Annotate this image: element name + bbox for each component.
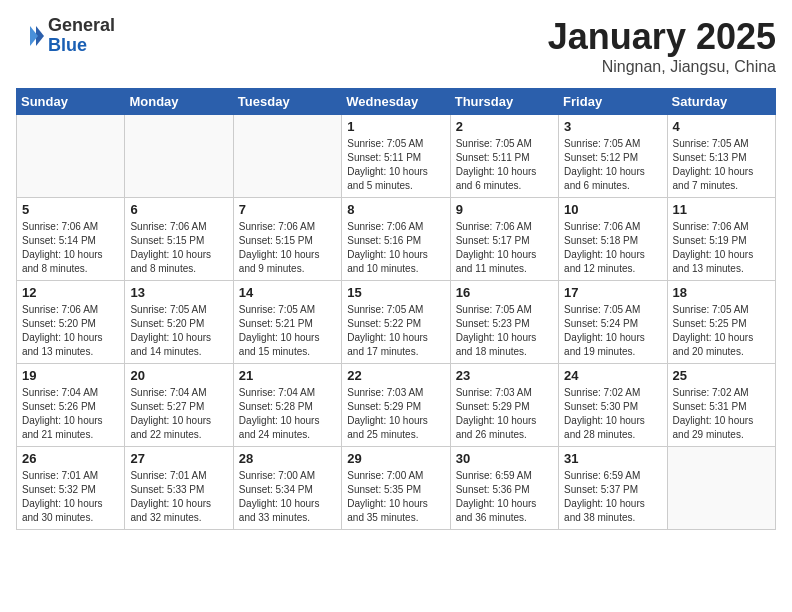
- day-info: Sunrise: 7:05 AM Sunset: 5:23 PM Dayligh…: [456, 303, 553, 359]
- day-info: Sunrise: 7:06 AM Sunset: 5:14 PM Dayligh…: [22, 220, 119, 276]
- day-number: 11: [673, 202, 770, 217]
- day-info: Sunrise: 7:04 AM Sunset: 5:28 PM Dayligh…: [239, 386, 336, 442]
- logo-text: General Blue: [48, 16, 115, 56]
- day-info: Sunrise: 7:05 AM Sunset: 5:12 PM Dayligh…: [564, 137, 661, 193]
- calendar-cell: 21Sunrise: 7:04 AM Sunset: 5:28 PM Dayli…: [233, 364, 341, 447]
- day-number: 8: [347, 202, 444, 217]
- day-number: 1: [347, 119, 444, 134]
- calendar-cell: 13Sunrise: 7:05 AM Sunset: 5:20 PM Dayli…: [125, 281, 233, 364]
- weekday-header: Sunday: [17, 89, 125, 115]
- logo-icon: [16, 22, 44, 50]
- day-number: 17: [564, 285, 661, 300]
- calendar-week-row: 5Sunrise: 7:06 AM Sunset: 5:14 PM Daylig…: [17, 198, 776, 281]
- day-info: Sunrise: 7:02 AM Sunset: 5:31 PM Dayligh…: [673, 386, 770, 442]
- location: Ningnan, Jiangsu, China: [548, 58, 776, 76]
- day-number: 2: [456, 119, 553, 134]
- calendar-cell: 3Sunrise: 7:05 AM Sunset: 5:12 PM Daylig…: [559, 115, 667, 198]
- day-info: Sunrise: 7:04 AM Sunset: 5:27 PM Dayligh…: [130, 386, 227, 442]
- calendar-cell: 20Sunrise: 7:04 AM Sunset: 5:27 PM Dayli…: [125, 364, 233, 447]
- calendar-cell: 31Sunrise: 6:59 AM Sunset: 5:37 PM Dayli…: [559, 447, 667, 530]
- day-number: 31: [564, 451, 661, 466]
- weekday-header: Monday: [125, 89, 233, 115]
- weekday-header: Saturday: [667, 89, 775, 115]
- calendar-cell: 14Sunrise: 7:05 AM Sunset: 5:21 PM Dayli…: [233, 281, 341, 364]
- calendar-cell: 12Sunrise: 7:06 AM Sunset: 5:20 PM Dayli…: [17, 281, 125, 364]
- calendar-cell: 16Sunrise: 7:05 AM Sunset: 5:23 PM Dayli…: [450, 281, 558, 364]
- day-info: Sunrise: 7:05 AM Sunset: 5:11 PM Dayligh…: [456, 137, 553, 193]
- logo: General Blue: [16, 16, 115, 56]
- day-number: 21: [239, 368, 336, 383]
- day-number: 4: [673, 119, 770, 134]
- day-info: Sunrise: 7:05 AM Sunset: 5:13 PM Dayligh…: [673, 137, 770, 193]
- calendar-cell: 11Sunrise: 7:06 AM Sunset: 5:19 PM Dayli…: [667, 198, 775, 281]
- calendar-cell: 10Sunrise: 7:06 AM Sunset: 5:18 PM Dayli…: [559, 198, 667, 281]
- day-number: 22: [347, 368, 444, 383]
- month-title: January 2025: [548, 16, 776, 58]
- day-info: Sunrise: 7:06 AM Sunset: 5:20 PM Dayligh…: [22, 303, 119, 359]
- day-info: Sunrise: 7:05 AM Sunset: 5:24 PM Dayligh…: [564, 303, 661, 359]
- day-number: 26: [22, 451, 119, 466]
- calendar-cell: 8Sunrise: 7:06 AM Sunset: 5:16 PM Daylig…: [342, 198, 450, 281]
- day-info: Sunrise: 7:01 AM Sunset: 5:32 PM Dayligh…: [22, 469, 119, 525]
- calendar-cell: [233, 115, 341, 198]
- day-info: Sunrise: 7:06 AM Sunset: 5:16 PM Dayligh…: [347, 220, 444, 276]
- day-number: 28: [239, 451, 336, 466]
- calendar-cell: 28Sunrise: 7:00 AM Sunset: 5:34 PM Dayli…: [233, 447, 341, 530]
- calendar-cell: 27Sunrise: 7:01 AM Sunset: 5:33 PM Dayli…: [125, 447, 233, 530]
- calendar-week-row: 26Sunrise: 7:01 AM Sunset: 5:32 PM Dayli…: [17, 447, 776, 530]
- title-section: January 2025 Ningnan, Jiangsu, China: [548, 16, 776, 76]
- calendar-cell: 5Sunrise: 7:06 AM Sunset: 5:14 PM Daylig…: [17, 198, 125, 281]
- day-info: Sunrise: 7:06 AM Sunset: 5:17 PM Dayligh…: [456, 220, 553, 276]
- day-number: 18: [673, 285, 770, 300]
- day-info: Sunrise: 7:00 AM Sunset: 5:35 PM Dayligh…: [347, 469, 444, 525]
- day-info: Sunrise: 7:05 AM Sunset: 5:11 PM Dayligh…: [347, 137, 444, 193]
- day-info: Sunrise: 6:59 AM Sunset: 5:36 PM Dayligh…: [456, 469, 553, 525]
- day-info: Sunrise: 7:05 AM Sunset: 5:21 PM Dayligh…: [239, 303, 336, 359]
- calendar-cell: 15Sunrise: 7:05 AM Sunset: 5:22 PM Dayli…: [342, 281, 450, 364]
- day-info: Sunrise: 7:00 AM Sunset: 5:34 PM Dayligh…: [239, 469, 336, 525]
- day-info: Sunrise: 7:03 AM Sunset: 5:29 PM Dayligh…: [347, 386, 444, 442]
- calendar-cell: 26Sunrise: 7:01 AM Sunset: 5:32 PM Dayli…: [17, 447, 125, 530]
- day-number: 10: [564, 202, 661, 217]
- calendar-cell: 29Sunrise: 7:00 AM Sunset: 5:35 PM Dayli…: [342, 447, 450, 530]
- day-number: 20: [130, 368, 227, 383]
- day-number: 16: [456, 285, 553, 300]
- day-info: Sunrise: 7:06 AM Sunset: 5:19 PM Dayligh…: [673, 220, 770, 276]
- day-number: 25: [673, 368, 770, 383]
- day-number: 24: [564, 368, 661, 383]
- day-info: Sunrise: 7:04 AM Sunset: 5:26 PM Dayligh…: [22, 386, 119, 442]
- calendar-cell: 9Sunrise: 7:06 AM Sunset: 5:17 PM Daylig…: [450, 198, 558, 281]
- calendar-cell: 4Sunrise: 7:05 AM Sunset: 5:13 PM Daylig…: [667, 115, 775, 198]
- day-number: 23: [456, 368, 553, 383]
- day-number: 14: [239, 285, 336, 300]
- calendar-cell: [17, 115, 125, 198]
- logo-general: General: [48, 16, 115, 36]
- day-number: 7: [239, 202, 336, 217]
- day-number: 19: [22, 368, 119, 383]
- day-info: Sunrise: 6:59 AM Sunset: 5:37 PM Dayligh…: [564, 469, 661, 525]
- calendar-cell: 2Sunrise: 7:05 AM Sunset: 5:11 PM Daylig…: [450, 115, 558, 198]
- calendar-cell: [667, 447, 775, 530]
- day-info: Sunrise: 7:06 AM Sunset: 5:15 PM Dayligh…: [239, 220, 336, 276]
- day-number: 12: [22, 285, 119, 300]
- calendar-cell: 6Sunrise: 7:06 AM Sunset: 5:15 PM Daylig…: [125, 198, 233, 281]
- day-number: 15: [347, 285, 444, 300]
- calendar-cell: 18Sunrise: 7:05 AM Sunset: 5:25 PM Dayli…: [667, 281, 775, 364]
- calendar-week-row: 12Sunrise: 7:06 AM Sunset: 5:20 PM Dayli…: [17, 281, 776, 364]
- day-number: 9: [456, 202, 553, 217]
- day-number: 30: [456, 451, 553, 466]
- day-info: Sunrise: 7:05 AM Sunset: 5:22 PM Dayligh…: [347, 303, 444, 359]
- calendar-cell: 17Sunrise: 7:05 AM Sunset: 5:24 PM Dayli…: [559, 281, 667, 364]
- calendar-cell: 22Sunrise: 7:03 AM Sunset: 5:29 PM Dayli…: [342, 364, 450, 447]
- calendar-week-row: 1Sunrise: 7:05 AM Sunset: 5:11 PM Daylig…: [17, 115, 776, 198]
- weekday-header: Friday: [559, 89, 667, 115]
- calendar-cell: 30Sunrise: 6:59 AM Sunset: 5:36 PM Dayli…: [450, 447, 558, 530]
- day-info: Sunrise: 7:02 AM Sunset: 5:30 PM Dayligh…: [564, 386, 661, 442]
- weekday-header: Tuesday: [233, 89, 341, 115]
- day-number: 27: [130, 451, 227, 466]
- day-number: 6: [130, 202, 227, 217]
- day-info: Sunrise: 7:06 AM Sunset: 5:15 PM Dayligh…: [130, 220, 227, 276]
- weekday-header: Thursday: [450, 89, 558, 115]
- day-info: Sunrise: 7:01 AM Sunset: 5:33 PM Dayligh…: [130, 469, 227, 525]
- weekday-header-row: SundayMondayTuesdayWednesdayThursdayFrid…: [17, 89, 776, 115]
